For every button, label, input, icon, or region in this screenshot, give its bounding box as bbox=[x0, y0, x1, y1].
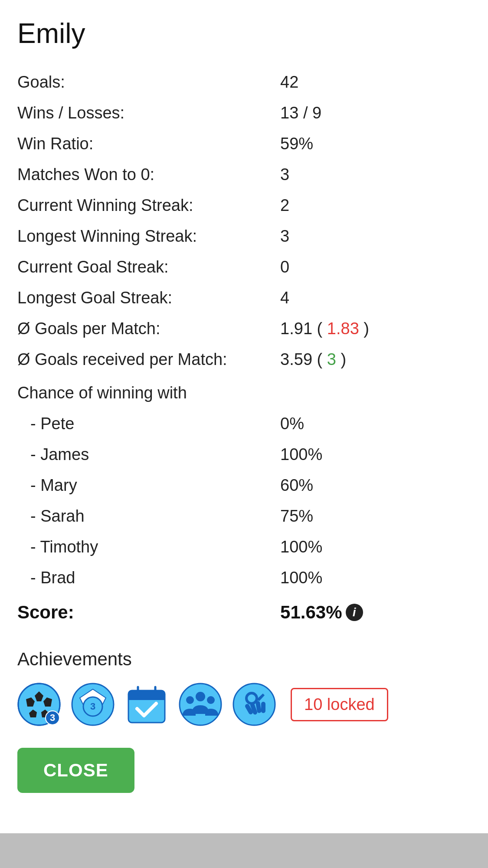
stat-label: Win Ratio: bbox=[17, 128, 280, 159]
stat-label: Current Goal Streak: bbox=[17, 252, 280, 283]
stat-value: 3 bbox=[280, 159, 471, 190]
chance-row: - Timothy100% bbox=[17, 532, 471, 562]
stat-label: Matches Won to 0: bbox=[17, 159, 280, 190]
stat-label: Current Winning Streak: bbox=[17, 190, 280, 221]
stat-row: Current Winning Streak:2 bbox=[17, 190, 471, 221]
ok-hand-icon[interactable] bbox=[233, 683, 276, 726]
stat-value: 3.59 ( 3 ) bbox=[280, 344, 471, 375]
stat-row: Matches Won to 0:3 bbox=[17, 159, 471, 190]
chance-value: 75% bbox=[280, 501, 471, 532]
stat-value: 13 / 9 bbox=[280, 98, 471, 128]
soccer-badge-number: 3 bbox=[45, 710, 60, 725]
stat-value: 4 bbox=[280, 283, 471, 313]
chance-partner: - James bbox=[17, 439, 280, 470]
score-value: 51.63% i bbox=[280, 602, 363, 623]
chance-row: - James100% bbox=[17, 439, 471, 470]
stat-label: Goals: bbox=[17, 67, 280, 98]
player-name: Emily bbox=[17, 17, 471, 49]
stat-row: Win Ratio:59% bbox=[17, 128, 471, 159]
close-button[interactable]: CLOSE bbox=[17, 748, 134, 793]
stat-row: Wins / Losses:13 / 9 bbox=[17, 98, 471, 128]
chance-row: - Pete0% bbox=[17, 408, 471, 439]
svg-rect-22 bbox=[261, 702, 265, 713]
stats-table: Goals:42Wins / Losses:13 / 9Win Ratio:59… bbox=[17, 67, 471, 375]
score-label: Score: bbox=[17, 602, 280, 623]
achievements-row: 3 3 bbox=[17, 683, 471, 726]
stat-row: Current Goal Streak:0 bbox=[17, 252, 471, 283]
stat-row: Longest Winning Streak:3 bbox=[17, 221, 471, 252]
stat-row: Ø Goals received per Match:3.59 ( 3 ) bbox=[17, 344, 471, 375]
stat-label: Ø Goals per Match: bbox=[17, 313, 280, 344]
chance-row: - Mary60% bbox=[17, 470, 471, 501]
soccer-ball-icon[interactable]: 3 bbox=[17, 683, 61, 726]
svg-point-15 bbox=[180, 684, 221, 725]
stat-value: 59% bbox=[280, 128, 471, 159]
page: Emily Goals:42Wins / Losses:13 / 9Win Ra… bbox=[0, 0, 488, 868]
medal-icon[interactable]: 3 bbox=[71, 683, 115, 726]
achievements-section: Achievements 3 bbox=[17, 649, 471, 726]
chance-header: Chance of winning with bbox=[17, 384, 471, 402]
stat-row: Ø Goals per Match:1.91 ( 1.83 ) bbox=[17, 313, 471, 344]
chance-partner: - Mary bbox=[17, 470, 280, 501]
stat-label: Ø Goals received per Match: bbox=[17, 344, 280, 375]
chance-partner: - Pete bbox=[17, 408, 280, 439]
chance-value: 60% bbox=[280, 470, 471, 501]
achievements-title: Achievements bbox=[17, 649, 471, 670]
stat-value: 1.91 ( 1.83 ) bbox=[280, 313, 471, 344]
stat-value: 0 bbox=[280, 252, 471, 283]
stat-value: 42 bbox=[280, 67, 471, 98]
locked-badge[interactable]: 10 locked bbox=[291, 688, 388, 721]
svg-point-17 bbox=[186, 696, 194, 704]
info-icon[interactable]: i bbox=[346, 604, 363, 621]
score-number: 51.63% bbox=[280, 602, 342, 623]
chance-table: - Pete0%- James100%- Mary60%- Sarah75%- … bbox=[17, 408, 471, 593]
score-row: Score: 51.63% i bbox=[17, 602, 471, 623]
chance-partner: - Timothy bbox=[17, 532, 280, 562]
chance-row: - Brad100% bbox=[17, 562, 471, 593]
chance-row: - Sarah75% bbox=[17, 501, 471, 532]
chance-partner: - Brad bbox=[17, 562, 280, 593]
chance-value: 100% bbox=[280, 562, 471, 593]
svg-point-16 bbox=[196, 692, 205, 701]
chance-value: 0% bbox=[280, 408, 471, 439]
stat-value: 3 bbox=[280, 221, 471, 252]
stat-row: Goals:42 bbox=[17, 67, 471, 98]
calendar-check-icon[interactable] bbox=[125, 683, 168, 726]
stat-label: Wins / Losses: bbox=[17, 98, 280, 128]
chance-value: 100% bbox=[280, 532, 471, 562]
stat-label: Longest Goal Streak: bbox=[17, 283, 280, 313]
stat-value: 2 bbox=[280, 190, 471, 221]
stat-row: Longest Goal Streak:4 bbox=[17, 283, 471, 313]
svg-point-18 bbox=[207, 696, 215, 704]
content-area: Emily Goals:42Wins / Losses:13 / 9Win Ra… bbox=[0, 0, 488, 833]
bottom-bar bbox=[0, 833, 488, 868]
group-icon[interactable] bbox=[179, 683, 222, 726]
svg-text:3: 3 bbox=[90, 701, 95, 712]
chance-value: 100% bbox=[280, 439, 471, 470]
chance-partner: - Sarah bbox=[17, 501, 280, 532]
svg-rect-12 bbox=[128, 696, 165, 700]
stat-label: Longest Winning Streak: bbox=[17, 221, 280, 252]
